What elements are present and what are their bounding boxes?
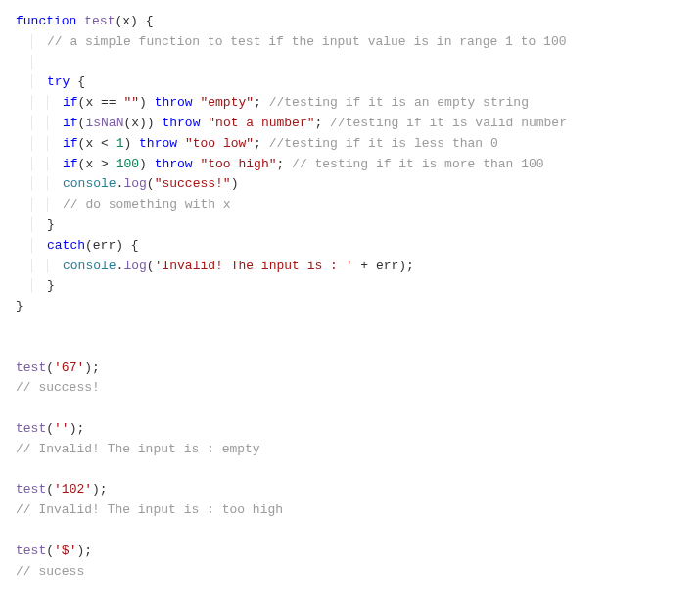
keyword-throw: throw bbox=[155, 95, 193, 110]
keyword-catch: catch bbox=[47, 238, 85, 253]
code-line: test(''); bbox=[16, 419, 683, 440]
function-name: test bbox=[84, 14, 115, 28]
keyword-throw: throw bbox=[139, 136, 177, 151]
fn-log: log bbox=[123, 176, 146, 191]
fn-isnan: isNaN bbox=[85, 116, 123, 130]
code-line: } bbox=[16, 276, 683, 297]
code-line: // Invalid! The input is : empty bbox=[16, 440, 683, 460]
string: '102' bbox=[54, 482, 92, 497]
string: '' bbox=[54, 421, 70, 436]
code-line: catch(err) { bbox=[16, 236, 683, 257]
code-line-blank bbox=[16, 399, 683, 419]
keyword-if: if bbox=[63, 136, 78, 151]
keyword-throw: throw bbox=[162, 116, 200, 130]
string: "too low" bbox=[185, 136, 254, 151]
string: "success!" bbox=[155, 176, 231, 191]
keyword-try: try bbox=[47, 74, 70, 89]
code-line: test('102'); bbox=[16, 480, 683, 500]
code-line: if(x > 100) throw "too high"; // testing… bbox=[16, 155, 683, 175]
code-line: // sucess bbox=[16, 562, 683, 583]
fn-call: test bbox=[16, 421, 46, 436]
code-line: console.log('Invalid! The input is : ' +… bbox=[16, 257, 683, 277]
comment: //testing if it is an empty string bbox=[269, 95, 529, 110]
comment-output: // success! bbox=[16, 380, 100, 395]
string: "not a number" bbox=[208, 116, 314, 130]
string: "" bbox=[123, 95, 139, 110]
string: '67' bbox=[54, 360, 84, 375]
code-line: // success! bbox=[16, 378, 683, 399]
keyword-throw: throw bbox=[155, 157, 193, 171]
obj-console: console bbox=[63, 259, 116, 273]
code-line: } bbox=[16, 215, 683, 236]
code-line-blank bbox=[16, 460, 683, 481]
code-line: // Invalid! The input is : too high bbox=[16, 500, 683, 521]
comment: //testing if it is valid number bbox=[330, 116, 567, 130]
code-line: if(x == "") throw "empty"; //testing if … bbox=[16, 93, 683, 114]
param: x bbox=[122, 14, 130, 28]
comment-output: // sucess bbox=[16, 564, 84, 579]
keyword-if: if bbox=[63, 157, 78, 171]
string: 'Invalid! The input is : ' bbox=[155, 259, 353, 273]
fn-call: test bbox=[16, 360, 46, 375]
code-line-blank bbox=[16, 521, 683, 542]
code-line: // a simple function to test if the inpu… bbox=[16, 32, 683, 53]
code-line: console.log("success!") bbox=[16, 174, 683, 195]
keyword-if: if bbox=[63, 116, 78, 130]
fn-call: test bbox=[16, 544, 46, 558]
comment-output: // Invalid! The input is : empty bbox=[16, 442, 260, 456]
code-line: try { bbox=[16, 72, 683, 93]
fn-call: test bbox=[16, 482, 46, 497]
code-line: test('$'); bbox=[16, 542, 683, 562]
keyword-if: if bbox=[63, 95, 78, 110]
code-line-blank bbox=[16, 53, 683, 73]
code-line: } bbox=[16, 297, 683, 317]
code-line: if(x < 1) throw "too low"; //testing if … bbox=[16, 134, 683, 155]
comment: // testing if it is more than 100 bbox=[292, 157, 543, 171]
code-line: test('67'); bbox=[16, 358, 683, 379]
comment: // do something with x bbox=[63, 197, 231, 212]
obj-console: console bbox=[63, 176, 116, 191]
code-line: if(isNaN(x)) throw "not a number"; //tes… bbox=[16, 114, 683, 134]
code-editor: function test(x) { // a simple function … bbox=[16, 12, 683, 582]
keyword-function: function bbox=[16, 14, 76, 28]
string: '$' bbox=[54, 544, 76, 558]
code-line-blank bbox=[16, 338, 683, 358]
code-line: function test(x) { bbox=[16, 12, 683, 32]
comment: // a simple function to test if the inpu… bbox=[47, 34, 567, 49]
code-line: // do something with x bbox=[16, 195, 683, 215]
string: "empty" bbox=[200, 95, 254, 110]
comment: //testing if it is less than 0 bbox=[269, 136, 498, 151]
code-line-blank bbox=[16, 317, 683, 338]
string: "too high" bbox=[200, 157, 276, 171]
comment-output: // Invalid! The input is : too high bbox=[16, 502, 283, 517]
fn-log: log bbox=[123, 259, 146, 273]
number: 100 bbox=[116, 157, 139, 171]
